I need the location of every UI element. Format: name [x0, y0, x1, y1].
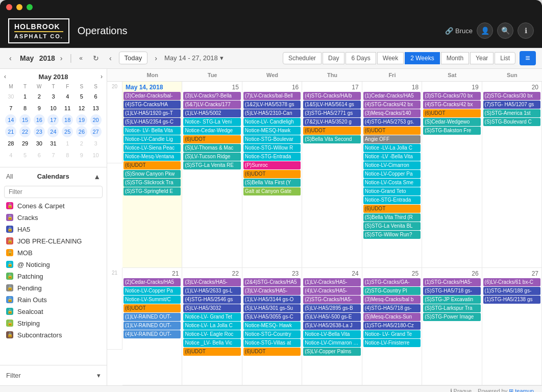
event[interactable]: (S)STG-Boulevard C — [483, 118, 540, 126]
event[interactable]: Notice- LV- Bella Vita — [124, 127, 181, 135]
event[interactable]: Notice-LV- La Jolla C — [183, 322, 240, 330]
day-may25[interactable]: 25 (1)STG-Cracks/GA- (2)STG-Country Pl (… — [362, 268, 422, 385]
event[interactable]: (1)LV-RAINED OUT- — [124, 322, 181, 330]
event[interactable]: (S)Cedar-Wedgewo — [423, 118, 480, 126]
event[interactable]: (P)Sunroc — [243, 161, 301, 169]
event[interactable]: (2)STG-Country Pl — [363, 287, 421, 295]
event[interactable]: (2)STG-Cracks/30 bx — [483, 92, 540, 100]
mini-day-21[interactable]: 21 — [5, 126, 16, 137]
mini-day-5[interactable]: 5 — [76, 91, 87, 102]
event[interactable]: Notice-Cedar-Wedge — [183, 127, 240, 135]
event[interactable]: (7)STG- HA5/1207 gs — [483, 101, 540, 109]
mini-day-6next[interactable]: 6 — [34, 150, 45, 161]
mini-day-7[interactable]: 7 — [5, 103, 16, 114]
event[interactable]: Notice-LV-Finisterre — [363, 339, 421, 347]
event[interactable]: Angie OFF — [363, 135, 421, 143]
collapse-calendars-button[interactable]: ▲ — [93, 173, 101, 181]
event[interactable]: (S)Bella Vita First (Y — [243, 179, 301, 187]
day-may15[interactable]: 15 (3)LV-Cracks/?-Bella (5&7)LV-Cracks/1… — [182, 82, 242, 268]
event[interactable]: (2)Cedar-Cracks/HA5 — [124, 278, 181, 286]
event[interactable]: (1)STG-Cracks/HA5- — [423, 278, 480, 286]
mini-day-23[interactable]: 23 — [34, 126, 45, 137]
2weeks-view-button[interactable]: 2 Weeks — [405, 52, 439, 64]
day-view-button[interactable]: Day — [323, 52, 344, 64]
mini-day-29[interactable]: 29 — [19, 138, 31, 149]
next-month-button[interactable]: › — [57, 52, 66, 64]
mini-day-25[interactable]: 25 — [62, 126, 73, 137]
event[interactable]: Notice-LV-Cimmaron Wes — [303, 339, 360, 347]
filter-button[interactable]: Filter ▾ — [6, 370, 101, 381]
event[interactable]: Notice-LV-Siena Peac — [124, 144, 181, 152]
event[interactable]: (4)LV-Cracks/HA5- — [303, 287, 360, 295]
month-view-button[interactable]: Month — [441, 52, 469, 64]
event[interactable]: (S)Bella Vita Second — [303, 135, 360, 143]
user-avatar-button[interactable]: 👤 — [477, 22, 493, 39]
mini-day-24[interactable]: 24 — [47, 126, 59, 137]
today-button[interactable]: Today — [119, 52, 148, 64]
date-range-display[interactable]: May 14 - 27, 2018 ▾ — [164, 54, 224, 62]
event[interactable]: (1)STG-HA5/2180-Cz — [363, 322, 421, 330]
event[interactable]: (3)LV-Cracks/HA5- — [183, 278, 240, 286]
mini-day-12[interactable]: 12 — [76, 103, 87, 114]
mini-cal-prev[interactable]: ‹ — [4, 73, 6, 80]
mini-day-5next[interactable]: 5 — [19, 150, 31, 161]
event[interactable]: Notice-Grand Teto — [363, 187, 421, 195]
event[interactable]: (5)LV-HA5/3032 — [183, 304, 240, 312]
event[interactable]: Notice- LV- Grand Te — [363, 330, 421, 338]
event[interactable]: (1)LV-RAINED OUT- — [124, 313, 181, 321]
event[interactable]: (S)STG-America 1st — [483, 109, 540, 117]
list-view-button[interactable]: List — [495, 52, 515, 64]
mini-day-31[interactable]: 31 — [47, 138, 59, 149]
event[interactable]: (3)Cedar-Cracks/bal- — [124, 92, 181, 100]
event[interactable]: (6)UDOT — [124, 304, 181, 312]
day-may27[interactable]: 27 (6)LV-Cracks/61 bx-C (1)STG-HA5/188 g… — [482, 268, 542, 385]
day-may26[interactable]: 26 (1)STG-Cracks/HA5- (S)STG-HA5/718 gs-… — [422, 268, 482, 385]
mini-day-6[interactable]: 6 — [90, 91, 102, 102]
event[interactable]: (5)LV-HA5/2638-La J — [303, 322, 360, 330]
event[interactable]: (1)LV-HA5/1920 gs-T — [124, 109, 181, 117]
mini-day-8[interactable]: 8 — [19, 103, 31, 114]
event[interactable]: (3)LV-Cracks/?-Bella — [183, 92, 240, 100]
mini-day-9[interactable]: 9 — [34, 103, 45, 114]
prev-range-button[interactable]: ‹ — [106, 52, 115, 64]
mini-day-4[interactable]: 4 — [62, 91, 73, 102]
calendar-item-sealcoat[interactable]: 🔒 Sealcoat — [0, 306, 107, 317]
event[interactable]: (6)UDOT — [363, 205, 421, 213]
mini-day-18[interactable]: 18 — [62, 114, 73, 126]
event[interactable]: (5)LV-HA5/-500 gs-E — [303, 313, 360, 321]
event[interactable]: Notice _LV- Bella Vic — [183, 339, 240, 347]
mini-day-19[interactable]: 19 — [76, 114, 87, 126]
event[interactable]: Notice-Mesq-Ventana — [124, 153, 181, 161]
calendar-item-patching[interactable]: 🔒 Patching — [0, 271, 107, 282]
event[interactable]: (S)STG-JP Excavatin — [423, 296, 480, 304]
event[interactable]: (3)STG-HA5/2771 gs — [303, 109, 360, 117]
event[interactable]: (1)LV-Cracks/HA5- — [303, 278, 360, 286]
mini-day-15[interactable]: 15 — [19, 114, 31, 126]
mini-day-11[interactable]: 11 — [62, 103, 73, 114]
day-may24[interactable]: 24 (1)LV-Cracks/HA5- (4)LV-Cracks/HA5- (… — [302, 268, 362, 385]
calendar-item-pending[interactable]: 🔒 Pending — [0, 282, 107, 294]
info-button[interactable]: ℹ — [518, 22, 534, 39]
event[interactable]: (3)Mesq-Cracks/bal b — [363, 296, 421, 304]
event[interactable]: Notice-LV-Bella Vita — [303, 330, 360, 338]
day-may14[interactable]: May 14, 2018 (3)Cedar-Cracks/bal- (4)STG… — [122, 82, 182, 268]
event[interactable]: (S)LV-Copper Palms — [303, 348, 360, 356]
day-may19[interactable]: 19 (3)STG-Cracks/70 bx (4)STG-Cracks/42 … — [422, 82, 482, 268]
event[interactable]: (S)LV-Thomas & Mac — [183, 144, 240, 152]
mini-day-2next[interactable]: 2 — [76, 138, 87, 149]
mini-day-3[interactable]: 3 — [47, 91, 59, 102]
event[interactable]: Notice-STG-Entrada — [243, 153, 301, 161]
event[interactable]: (1&5)LV-HA5/5614 gs — [303, 101, 360, 109]
day-may23[interactable]: 23 (2&4)STG-Cracks/HA5 (3)LV-Cracks/HA5-… — [242, 268, 302, 385]
event[interactable]: (1)STG-HA5/188 gs- — [483, 287, 540, 295]
event[interactable]: (1&2)LV-HA5/5378 gs — [243, 101, 301, 109]
event[interactable]: (S)STG-Bakston Fre — [423, 127, 480, 135]
mini-day-20[interactable]: 20 — [90, 114, 102, 126]
event[interactable]: (4)STG-HA5/718 gs- — [363, 304, 421, 312]
mini-day-1next[interactable]: 1 — [62, 138, 73, 149]
event[interactable]: (4)LV-RAINED OUT- — [124, 330, 181, 338]
event[interactable]: Notice-LV-Copper Pa — [363, 170, 421, 178]
event[interactable]: Notice -LV -Bella Vita — [363, 153, 421, 161]
event[interactable]: (1)STG-HA5/2138 gs — [483, 296, 540, 304]
event[interactable]: (5)LV-HA5/3055 gs-C — [243, 313, 301, 321]
